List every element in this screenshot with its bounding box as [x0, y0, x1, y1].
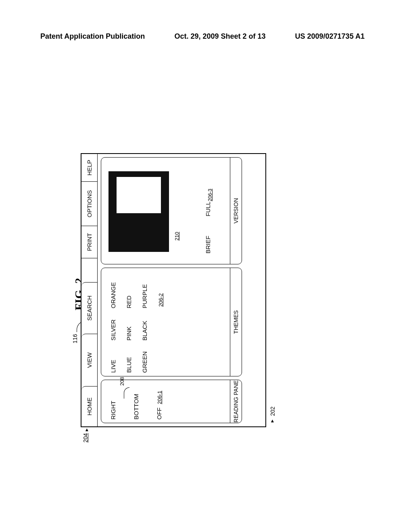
reading-pane-off[interactable]: OFF 206-1 [151, 383, 167, 420]
reference-206-1: 206-1 [156, 391, 163, 404]
page: Patent Application Publication Oct. 29, … [0, 0, 413, 532]
reference-116: 116 [72, 334, 78, 343]
header-center: Oct. 29, 2009 Sheet 2 of 13 [174, 32, 265, 41]
tab-view[interactable]: VIEW [81, 334, 97, 386]
theme-blue[interactable]: BLUE [121, 348, 137, 373]
tab-spacer [81, 258, 97, 282]
tab-options[interactable]: OPTIONS [81, 181, 97, 226]
tab-print[interactable]: PRINT [81, 226, 97, 258]
version-full[interactable]: FULL206-3 [204, 189, 213, 216]
version-preview-panel [117, 177, 161, 213]
reading-pane-right[interactable]: RIGHT [105, 383, 121, 420]
themes-row-2: BLUE PINK RED [121, 271, 137, 373]
figure-diagram: 204 ▸ 116 HOME VIEW SEARCH PRINT OPTIONS… [81, 153, 266, 427]
page-header: Patent Application Publication Oct. 29, … [0, 32, 413, 41]
group-version: 210 BRIEF FULL206-3 VERSION [101, 157, 242, 264]
tab-help[interactable]: HELP [81, 154, 97, 181]
tab-search[interactable]: SEARCH [81, 282, 97, 334]
version-brief[interactable]: BRIEF [204, 236, 213, 254]
version-options: BRIEF FULL206-3 [204, 189, 213, 254]
tab-home[interactable]: HOME [81, 386, 97, 426]
theme-black[interactable]: BLACK [137, 316, 168, 341]
reading-pane-bottom[interactable]: BOTTOM [128, 383, 144, 420]
reference-210: 210 [174, 232, 180, 241]
ribbon-body: RIGHT BOTTOM OFF 206-1 208 READING PANE [98, 154, 247, 426]
reference-208: 208 [119, 377, 125, 386]
reference-204: 204 [82, 433, 89, 443]
theme-purple-label: PURPLE [141, 284, 148, 308]
group-label-version: VERSION [230, 158, 242, 264]
reading-pane-items: RIGHT BOTTOM OFF 206-1 [101, 380, 222, 423]
group-themes: LIVE SILVER ORANGE BLUE PINK RED GREEN B… [101, 268, 242, 376]
theme-silver[interactable]: SILVER [105, 316, 121, 341]
theme-purple[interactable]: PURPLE 206-2 [137, 271, 168, 308]
arrow-icon: ▸ [83, 428, 90, 431]
version-full-label: FULL [204, 202, 211, 216]
reference-202: 202 [269, 407, 276, 416]
theme-green[interactable]: GREEN [137, 348, 168, 373]
group-reading-pane: RIGHT BOTTOM OFF 206-1 208 READING PANE [101, 380, 242, 423]
themes-row-3: GREEN BLACK PURPLE 206-2 [137, 271, 168, 373]
themes-row-1: LIVE SILVER ORANGE [105, 271, 121, 373]
app-window: HOME VIEW SEARCH PRINT OPTIONS HELP RIGH… [81, 153, 266, 427]
reference-206-2: 206-2 [158, 293, 164, 307]
group-label-themes: THEMES [230, 268, 242, 376]
arrow-icon: ▸ [269, 420, 275, 422]
theme-red[interactable]: RED [121, 283, 137, 308]
theme-live[interactable]: LIVE [105, 348, 121, 373]
reference-206-3: 206-3 [207, 189, 213, 201]
themes-items: LIVE SILVER ORANGE BLUE PINK RED GREEN B… [101, 268, 222, 376]
group-label-reading-pane: READING PANE [230, 380, 242, 423]
theme-orange[interactable]: ORANGE [105, 282, 121, 308]
version-preview [108, 171, 169, 252]
header-left: Patent Application Publication [40, 32, 145, 41]
tab-row: HOME VIEW SEARCH PRINT OPTIONS HELP [81, 154, 98, 426]
theme-pink[interactable]: PINK [121, 316, 137, 341]
header-right: US 2009/0271735 A1 [295, 32, 365, 41]
reading-pane-off-label: OFF [156, 407, 163, 420]
